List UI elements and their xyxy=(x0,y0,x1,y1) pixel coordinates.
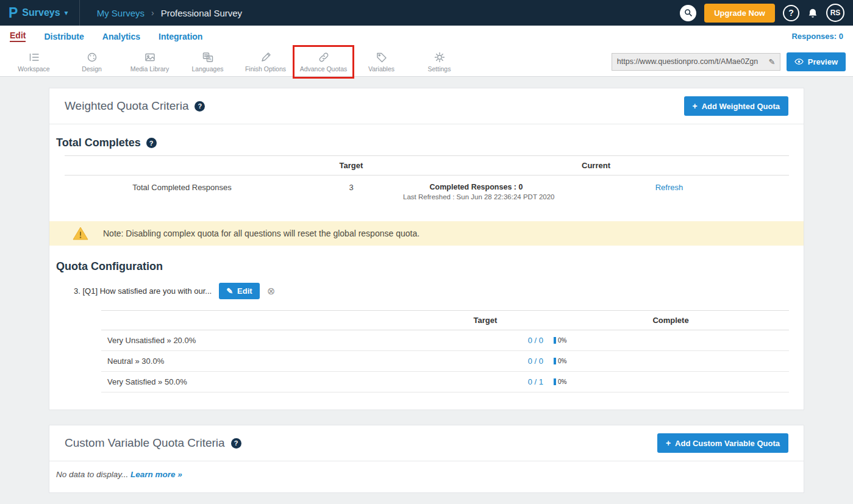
custom-variable-quota-title-text: Custom Variable Quota Criteria xyxy=(65,436,225,450)
quota-note-banner: Note: Disabling complex quota for all qu… xyxy=(49,221,804,246)
tab-analytics[interactable]: Analytics xyxy=(102,32,140,41)
surveys-menu-label: Surveys xyxy=(22,7,60,18)
quota-target-value: 0 / 0 xyxy=(418,336,552,345)
quota-configuration-heading: Quota Configuration xyxy=(49,246,804,273)
learn-more-link[interactable]: Learn more » xyxy=(130,470,182,479)
quota-option-label: Very Satisfied » 50.0% xyxy=(101,377,418,386)
edit-toolbar: Workspace Design Media Library A Languag… xyxy=(0,47,853,77)
quota-configuration-table: Target Complete Very Unsatisfied » 20.0%… xyxy=(101,310,789,392)
quota-note-text: Note: Disabling complex quota for all qu… xyxy=(103,229,419,238)
preview-button[interactable]: Preview xyxy=(787,52,846,71)
help-badge-icon[interactable]: ? xyxy=(231,438,241,449)
tab-edit[interactable]: Edit xyxy=(10,30,26,42)
surveys-app-menu[interactable]: P Surveys ▾ xyxy=(0,0,80,26)
toolbar-item-settings[interactable]: Settings xyxy=(410,47,468,76)
target-column-header: Target xyxy=(418,316,552,325)
breadcrumb-my-surveys[interactable]: My Surveys xyxy=(97,8,145,18)
tab-distribute[interactable]: Distribute xyxy=(44,32,84,41)
add-custom-variable-quota-button[interactable]: + Add Custom Variable Quota xyxy=(657,433,788,453)
warning-triangle-icon xyxy=(73,226,88,241)
toolbar-item-variables[interactable]: Variables xyxy=(352,47,410,76)
topbar: P Surveys ▾ My Surveys › Professional Su… xyxy=(0,0,853,26)
refresh-link[interactable]: Refresh xyxy=(655,183,683,192)
edit-url-button[interactable]: ✎ xyxy=(764,53,780,71)
progress-bar xyxy=(554,337,556,344)
image-icon xyxy=(144,51,156,63)
questionpro-logo-icon: P xyxy=(9,6,18,20)
toolbar-item-label: Media Library xyxy=(130,65,170,73)
target-column-header: Target xyxy=(299,161,403,170)
custom-variable-quota-header: Custom Variable Quota Criteria ? + Add C… xyxy=(49,425,804,461)
weighted-quota-title-text: Weighted Quota Criteria xyxy=(65,99,188,113)
custom-variable-quota-empty: No data to display... Learn more » xyxy=(49,461,804,492)
palette-icon xyxy=(86,51,98,63)
toolbar-item-languages[interactable]: A Languages xyxy=(179,47,237,76)
quota-option-label: Neutral » 30.0% xyxy=(101,357,418,366)
tab-integration[interactable]: Integration xyxy=(159,32,202,41)
user-avatar[interactable]: RS xyxy=(826,4,844,22)
remove-quota-icon[interactable]: ⊗ xyxy=(267,286,275,296)
workspace-icon xyxy=(28,51,40,63)
toolbar-item-design[interactable]: Design xyxy=(63,47,121,76)
chevron-down-icon: ▾ xyxy=(65,9,68,17)
toolbar-item-label: Settings xyxy=(428,65,451,73)
custom-variable-quota-card: Custom Variable Quota Criteria ? + Add C… xyxy=(49,425,804,493)
complete-column-header: Complete xyxy=(552,316,789,325)
table-row: Very Unsatisfied » 20.0% 0 / 0 0% xyxy=(101,330,789,351)
toolbar-item-label: Finish Options xyxy=(245,65,286,73)
plus-icon: + xyxy=(666,438,671,448)
breadcrumb-current-survey: Professional Survey xyxy=(161,8,242,18)
toolbar-item-label: Advance Quotas xyxy=(300,65,348,73)
gear-icon xyxy=(434,51,446,63)
edit-quota-button[interactable]: ✎ Edit xyxy=(219,283,259,299)
main-content: Weighted Quota Criteria ? + Add Weighted… xyxy=(0,77,853,504)
completed-responses-text: Completed Responses : 0 xyxy=(403,183,549,191)
upgrade-now-button[interactable]: Upgrade Now xyxy=(704,4,775,23)
help-badge-icon[interactable]: ? xyxy=(146,138,157,148)
toolbar-item-finish-options[interactable]: Finish Options xyxy=(237,47,294,76)
quota-configuration-title-text: Quota Configuration xyxy=(56,260,163,273)
notifications-button[interactable] xyxy=(807,7,818,19)
help-button[interactable]: ? xyxy=(783,5,799,21)
toolbar-item-media-library[interactable]: Media Library xyxy=(121,47,179,76)
quota-target-value: 0 / 1 xyxy=(418,377,552,386)
preview-label: Preview xyxy=(808,57,838,66)
toolbar-item-label: Languages xyxy=(192,65,224,73)
responses-count[interactable]: Responses: 0 xyxy=(791,32,843,41)
total-completes-title-text: Total Completes xyxy=(56,137,141,149)
progress-percent: 0% xyxy=(558,358,566,364)
toolbar-item-workspace[interactable]: Workspace xyxy=(5,47,63,76)
table-row: Total Completed Responses 3 Completed Re… xyxy=(65,176,789,207)
question-label: 3. [Q1] How satisfied are you with our..… xyxy=(74,286,212,296)
table-row: Neutral » 30.0% 0 / 0 0% xyxy=(101,351,789,372)
add-weighted-quota-label: Add Weighted Quota xyxy=(702,102,780,111)
question-mark-icon: ? xyxy=(788,8,794,18)
pencil-icon: ✎ xyxy=(226,286,233,296)
questionpro-app: P Surveys ▾ My Surveys › Professional Su… xyxy=(0,0,853,504)
eye-icon xyxy=(794,58,804,65)
search-button[interactable] xyxy=(680,5,696,21)
survey-url-input[interactable] xyxy=(612,53,764,71)
translate-icon: A xyxy=(202,51,214,63)
weighted-quota-header: Weighted Quota Criteria ? + Add Weighted… xyxy=(49,88,804,124)
link-icon xyxy=(318,51,330,63)
plus-icon: + xyxy=(693,101,698,111)
edit-button-label: Edit xyxy=(237,286,252,296)
add-weighted-quota-button[interactable]: + Add Weighted Quota xyxy=(684,96,789,116)
no-data-text: No data to display... xyxy=(56,470,128,479)
toolbar-item-label: Workspace xyxy=(18,65,49,73)
help-badge-icon[interactable]: ? xyxy=(195,101,205,112)
breadcrumb-separator-icon: › xyxy=(151,8,154,18)
quota-target-value: 0 / 0 xyxy=(418,357,552,366)
survey-url-group: ✎ Preview xyxy=(612,52,846,71)
svg-text:A: A xyxy=(208,56,211,62)
target-value: 3 xyxy=(299,183,403,192)
toolbar-item-label: Design xyxy=(82,65,102,73)
current-status: Completed Responses : 0 Last Refreshed :… xyxy=(403,183,549,201)
weighted-quota-title: Weighted Quota Criteria ? xyxy=(65,99,205,113)
toolbar-item-label: Variables xyxy=(368,65,394,73)
toolbar-item-advance-quotas[interactable]: Advance Quotas xyxy=(294,47,352,76)
last-refreshed-text: Last Refreshed : Sun Jun 28 22:36:24 PDT… xyxy=(403,193,549,201)
progress-percent: 0% xyxy=(558,337,566,344)
table-row: Very Satisfied » 50.0% 0 / 1 0% xyxy=(101,372,789,392)
